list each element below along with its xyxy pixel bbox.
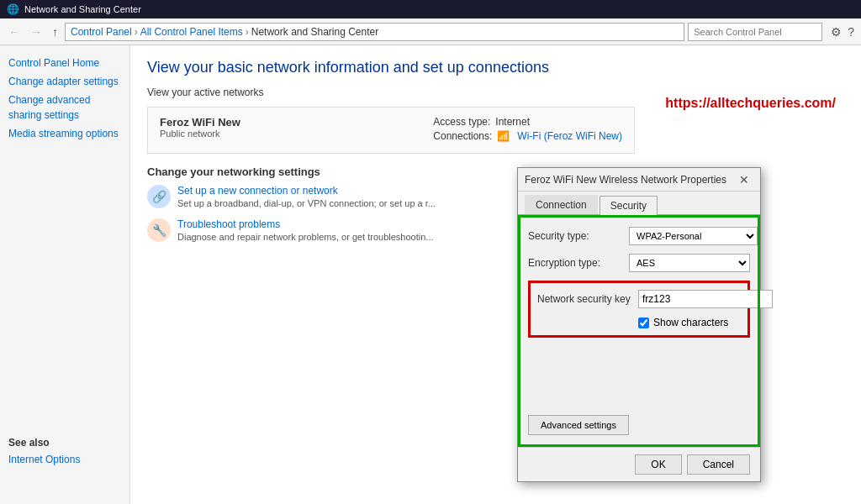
sidebar-item-media[interactable]: Media streaming options: [8, 126, 121, 141]
new-connection-desc: Set up a broadband, dial-up, or VPN conn…: [177, 198, 436, 208]
forward-button[interactable]: →: [27, 24, 45, 40]
sidebar-item-internet-options[interactable]: Internet Options: [8, 452, 122, 467]
new-connection-link[interactable]: Set up a new connection or network: [177, 185, 436, 197]
dialog-title-bar: Feroz WiFi New Wireless Network Properti…: [518, 168, 760, 192]
wifi-icon: 📶: [497, 130, 510, 142]
setting-text-2: Troubleshoot problems Diagnose and repai…: [177, 218, 434, 242]
troubleshoot-desc: Diagnose and repair network problems, or…: [177, 232, 434, 242]
search-input[interactable]: [688, 23, 822, 41]
sidebar-nav: Control Panel Home Change adapter settin…: [8, 55, 121, 141]
show-characters-row: Show characters: [537, 317, 741, 328]
tab-security[interactable]: Security: [600, 196, 658, 215]
security-key-section: Network security key Show characters: [528, 281, 750, 338]
watermark: https://alltechqueries.com/: [665, 96, 836, 111]
access-type-label: Access type:: [433, 116, 490, 128]
access-type-row: Access type: Internet: [433, 116, 622, 128]
dialog-body: Security type: WPA2-Personal WPA-Persona…: [518, 215, 760, 447]
troubleshoot-link[interactable]: Troubleshoot problems: [177, 218, 434, 230]
content-area: View your basic network information and …: [130, 45, 861, 504]
network-name: Feroz WiFi New: [160, 116, 240, 129]
new-connection-icon: 🔗: [147, 185, 171, 208]
dialog-footer: OK Cancel: [518, 447, 760, 481]
breadcrumb-current: Network and Sharing Center: [251, 26, 378, 38]
access-type-value: Internet: [495, 116, 530, 128]
security-key-label: Network security key: [537, 293, 638, 305]
connections-row: Connections: 📶 Wi-Fi (Feroz WiFi New): [433, 130, 622, 142]
dialog-tabs: Connection Security: [518, 192, 760, 215]
main-container: Control Panel Home Change adapter settin…: [0, 45, 861, 504]
sidebar-item-adapter[interactable]: Change adapter settings: [8, 74, 121, 89]
breadcrumb-all-items[interactable]: All Control Panel Items: [140, 26, 243, 38]
show-characters-label[interactable]: Show characters: [653, 317, 728, 328]
encryption-type-row: Encryption type: AES TKIP: [528, 254, 750, 272]
troubleshoot-icon: 🔧: [147, 218, 171, 242]
security-key-row: Network security key: [537, 290, 741, 308]
address-path: Control Panel › All Control Panel Items …: [65, 23, 684, 41]
breadcrumb-control-panel[interactable]: Control Panel: [71, 26, 132, 38]
settings-icon-btn[interactable]: ⚙: [829, 24, 843, 40]
title-bar: 🌐 Network and Sharing Center: [0, 0, 861, 18]
network-card: Feroz WiFi New Public network Access typ…: [147, 107, 635, 154]
show-characters-checkbox[interactable]: [638, 318, 649, 328]
back-button[interactable]: ←: [5, 24, 24, 40]
see-also-section: See also Internet Options: [8, 437, 122, 470]
encryption-type-select[interactable]: AES TKIP: [629, 254, 750, 272]
network-info-right: Access type: Internet Connections: 📶 Wi-…: [433, 116, 622, 144]
connections-link[interactable]: Wi-Fi (Feroz WiFi New): [517, 130, 622, 142]
encryption-type-label: Encryption type:: [528, 257, 629, 269]
breadcrumb-sep-1: ›: [135, 26, 138, 38]
page-title: View your basic network information and …: [147, 59, 844, 76]
connections-label: Connections:: [433, 130, 492, 142]
advanced-settings-button[interactable]: Advanced settings: [528, 415, 629, 435]
title-bar-icon: 🌐: [7, 3, 19, 15]
tab-connection[interactable]: Connection: [525, 195, 598, 214]
security-type-row: Security type: WPA2-Personal WPA-Persona…: [528, 227, 750, 245]
sidebar-item-advanced-sharing[interactable]: Change advanced sharing settings: [8, 92, 121, 123]
see-also-label: See also: [8, 437, 122, 449]
security-type-label: Security type:: [528, 230, 629, 242]
network-type: Public network: [160, 129, 240, 139]
security-type-select[interactable]: WPA2-Personal WPA-Personal WEP No authen…: [629, 227, 758, 245]
dialog-title-text: Feroz WiFi New Wireless Network Properti…: [525, 174, 726, 186]
sidebar: Control Panel Home Change adapter settin…: [0, 45, 130, 504]
network-properties-dialog: Feroz WiFi New Wireless Network Properti…: [517, 167, 761, 482]
network-left: Feroz WiFi New Public network: [160, 116, 240, 139]
dialog-close-button[interactable]: ✕: [735, 171, 753, 188]
ok-button[interactable]: OK: [635, 454, 681, 475]
address-bar: ← → ↑ Control Panel › All Control Panel …: [0, 18, 861, 45]
help-icon-btn[interactable]: ?: [846, 24, 856, 40]
title-bar-text: Network and Sharing Center: [24, 4, 141, 14]
cancel-button[interactable]: Cancel: [687, 454, 750, 475]
up-button[interactable]: ↑: [49, 24, 61, 40]
breadcrumb-sep-2: ›: [246, 26, 249, 38]
security-key-input[interactable]: [638, 290, 773, 308]
setting-text-1: Set up a new connection or network Set u…: [177, 185, 436, 208]
sidebar-item-home[interactable]: Control Panel Home: [8, 55, 121, 71]
